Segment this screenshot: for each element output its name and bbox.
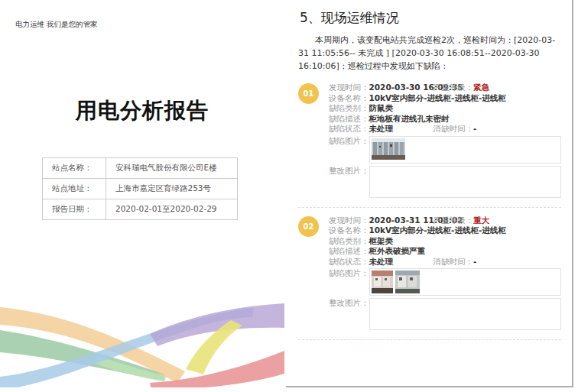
fix-images-box xyxy=(369,166,562,198)
defect-item-1: 01 发现时间： 2020-03-30 16:09:35 严重等级： 紧急 设备… xyxy=(298,83,561,200)
status-value: 未处理 xyxy=(369,124,434,134)
section-title: 5、现场运维情况 xyxy=(300,9,561,27)
report-date-label: 报告日期： xyxy=(43,199,106,220)
status-label: 缺陷状态： xyxy=(329,257,369,267)
severity-label: 严重等级： xyxy=(434,215,474,226)
table-row: 站点名称： 安科瑞电气股份有限公司E楼 xyxy=(43,158,238,179)
site-name-value: 安科瑞电气股份有限公司E楼 xyxy=(106,158,238,179)
report-page: 5、现场运维情况 本周期内，该变配电站共完成巡检2次，巡检时间为：[2020-0… xyxy=(286,0,573,387)
cover-page: 电力运维 我们是您的管家 用电分析报告 站点名称： 安科瑞电气股份有限公司E楼 … xyxy=(0,0,284,392)
defect-photo-thumbnail[interactable] xyxy=(395,271,420,293)
category-row: 缺陷类别： 防鼠类 xyxy=(329,103,561,114)
fix-images-row: 整改图片： xyxy=(329,298,561,330)
severity-label: 严重等级： xyxy=(434,83,474,93)
device-value: 10kV室内部分-进线柜-进线柜-进线柜 xyxy=(369,93,506,104)
inspection-summary: 本周期内，该变配电站共完成巡检2次，巡检时间为：[2020-03-31 11:0… xyxy=(298,34,561,73)
device-value: 10kV室内部分-进线柜-进线柜-进线柜 xyxy=(369,225,506,236)
defect-images-label: 缺陷图片： xyxy=(329,268,369,279)
site-name-label: 站点名称： xyxy=(43,158,106,179)
found-time-row: 发现时间： 2020-03-31 11:08:02 严重等级： 重大 xyxy=(329,215,561,226)
device-row: 设备名称： 10kV室内部分-进线柜-进线柜-进线柜 xyxy=(329,93,561,104)
fix-images-row: 整改图片： xyxy=(329,166,561,198)
description-value: 柜地板有进线孔未密封 xyxy=(369,114,450,125)
fix-images-box xyxy=(369,298,562,330)
description-label: 缺陷描述： xyxy=(329,246,369,257)
severity-value: 紧急 xyxy=(473,83,489,93)
severity-value: 重大 xyxy=(473,215,489,226)
category-value: 防鼠类 xyxy=(369,103,394,114)
status-label: 缺陷状态： xyxy=(329,124,369,134)
report-title: 用电分析报告 xyxy=(0,96,284,125)
site-info-table: 站点名称： 安科瑞电气股份有限公司E楼 站点地址： 上海市嘉定区育绿路253号 … xyxy=(42,157,238,220)
description-label: 缺陷描述： xyxy=(329,114,369,125)
table-row: 报告日期： 2020-02-01至2020-02-29 xyxy=(43,199,238,220)
found-time-value: 2020-03-31 11:08:02 xyxy=(369,215,434,226)
clear-time-label: 消缺时间： xyxy=(434,124,474,134)
report-date-value: 2020-02-01至2020-02-29 xyxy=(106,199,238,220)
status-row: 缺陷状态： 未处理 消缺时间： - xyxy=(329,124,561,134)
table-row: 站点地址： 上海市嘉定区育绿路253号 xyxy=(43,179,238,199)
description-row: 缺陷描述： 柜外表破损严重 xyxy=(329,246,561,257)
description-row: 缺陷描述： 柜地板有进线孔未密封 xyxy=(329,114,561,125)
fix-images-label: 整改图片： xyxy=(329,298,369,309)
defect-images-box xyxy=(369,268,562,296)
defect-photo-thumbnail[interactable] xyxy=(372,138,405,160)
found-time-label: 发现时间： xyxy=(329,83,369,93)
device-label: 设备名称： xyxy=(329,93,369,104)
category-label: 缺陷类别： xyxy=(329,236,369,247)
description-value: 柜外表破损严重 xyxy=(369,246,426,257)
defect-index-badge: 02 xyxy=(298,216,319,237)
found-time-label: 发现时间： xyxy=(329,215,369,226)
fix-images-label: 整改图片： xyxy=(329,166,369,177)
defect-item-2: 02 发现时间： 2020-03-31 11:08:02 严重等级： 重大 设备… xyxy=(298,215,561,333)
site-address-value: 上海市嘉定区育绿路253号 xyxy=(106,179,238,199)
brand-slogan: 电力运维 我们是您的管家 xyxy=(15,20,98,30)
category-value: 框架类 xyxy=(369,236,394,247)
item-divider xyxy=(298,339,561,340)
defect-index-badge: 01 xyxy=(298,83,319,104)
defect-images-row: 缺陷图片： xyxy=(329,268,561,296)
decorative-waves xyxy=(0,297,284,387)
defect-images-row: 缺陷图片： xyxy=(329,136,561,164)
defect-images-box xyxy=(369,136,562,164)
device-label: 设备名称： xyxy=(329,225,369,236)
status-row: 缺陷状态： 未处理 消缺时间： - xyxy=(329,257,561,267)
clear-time-value: - xyxy=(473,257,476,267)
device-row: 设备名称： 10kV室内部分-进线柜-进线柜-进线柜 xyxy=(329,225,561,236)
category-label: 缺陷类别： xyxy=(329,103,369,114)
category-row: 缺陷类别： 框架类 xyxy=(329,236,561,247)
found-time-value: 2020-03-30 16:09:35 xyxy=(369,83,434,93)
item-divider xyxy=(298,207,561,208)
clear-time-value: - xyxy=(473,124,476,134)
site-address-label: 站点地址： xyxy=(43,179,106,199)
defect-images-label: 缺陷图片： xyxy=(329,136,369,147)
found-time-row: 发现时间： 2020-03-30 16:09:35 严重等级： 紧急 xyxy=(329,83,561,93)
clear-time-label: 消缺时间： xyxy=(434,257,474,267)
defect-photo-thumbnail[interactable] xyxy=(372,271,393,293)
status-value: 未处理 xyxy=(369,257,434,267)
